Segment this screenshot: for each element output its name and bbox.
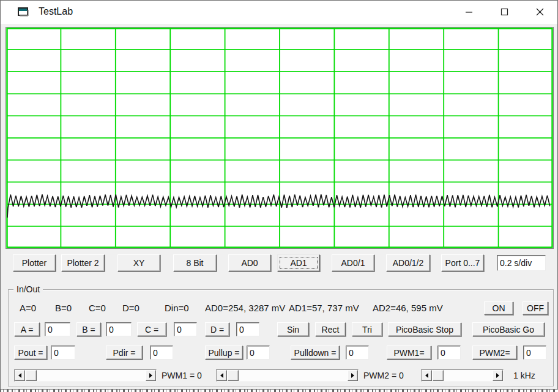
xy-button[interactable]: XY xyxy=(117,254,160,272)
ad0-button[interactable]: AD0 xyxy=(228,254,271,272)
frequency-label: 1 kHz xyxy=(513,371,535,380)
status-ad0: AD0=254, 3287 mV xyxy=(205,303,285,313)
set-b-button[interactable]: B = xyxy=(76,322,101,336)
pulldown-input[interactable] xyxy=(346,346,369,360)
pwm1-button[interactable]: PWM1= xyxy=(387,346,431,360)
maximize-icon xyxy=(500,8,508,16)
ad01-button[interactable]: AD0/1 xyxy=(332,254,374,272)
set-d-input[interactable] xyxy=(236,322,259,336)
freq-scroll-thumb[interactable] xyxy=(433,370,444,381)
tri-button[interactable]: Tri xyxy=(352,322,382,336)
freq-scroll-right-button[interactable] xyxy=(493,370,503,381)
status-din: Din=0 xyxy=(165,303,189,313)
picobasic-go-button[interactable]: PicoBasic Go xyxy=(472,322,545,336)
status-ad1: AD1=57, 737 mV xyxy=(289,303,359,313)
ad012-button[interactable]: AD0/1/2 xyxy=(386,254,430,272)
right-arrow-icon xyxy=(496,373,502,378)
titlebar: TestLab xyxy=(1,1,557,24)
freq-scroll-left-button[interactable] xyxy=(422,370,432,381)
close-icon xyxy=(536,8,544,16)
pwm1-value-label: PWM1 = 0 xyxy=(162,371,202,380)
set-a-input[interactable] xyxy=(45,322,70,336)
pwm2-value-label: PWM2 = 0 xyxy=(363,371,404,380)
status-d: D=0 xyxy=(122,303,140,313)
inout-groupbox: In/Out A=0 B=0 C=0 D=0 Din=0 AD0=254, 32… xyxy=(8,289,554,386)
pwm2-scroll-left-button[interactable] xyxy=(217,370,227,381)
ad1-button[interactable]: AD1 xyxy=(277,254,320,272)
plotter2-button[interactable]: Plotter 2 xyxy=(61,254,105,272)
timebase-input[interactable] xyxy=(497,255,546,271)
pwm1-scroll-left-button[interactable] xyxy=(15,370,25,381)
pdir-button[interactable]: Pdir = xyxy=(106,346,143,360)
app-window: TestLab Plotter Plotter 2 XY 8 Bit AD0 A… xyxy=(0,0,558,390)
set-c-button[interactable]: C = xyxy=(137,322,166,336)
pwm2-input[interactable] xyxy=(523,346,546,360)
on-button[interactable]: ON xyxy=(484,301,513,315)
pwm2-scrollbar[interactable] xyxy=(216,369,359,382)
sin-button[interactable]: Sin xyxy=(277,322,309,336)
pullup-button[interactable]: Pullup = xyxy=(205,346,243,360)
set-b-input[interactable] xyxy=(106,322,132,336)
pwm1-scroll-right-button[interactable] xyxy=(146,370,156,381)
8bit-button[interactable]: 8 Bit xyxy=(173,254,217,272)
pwm1-scrollbar[interactable] xyxy=(14,369,157,382)
pout-input[interactable] xyxy=(51,346,75,360)
set-c-input[interactable] xyxy=(174,322,197,336)
pdir-input[interactable] xyxy=(150,346,173,360)
pwm2-scroll-right-button[interactable] xyxy=(348,370,358,381)
picobasic-stop-button[interactable]: PicoBasic Stop xyxy=(388,322,461,336)
pwm1-scroll-thumb[interactable] xyxy=(26,370,37,381)
close-button[interactable] xyxy=(522,1,557,23)
off-button[interactable]: OFF xyxy=(523,301,548,315)
window-title: TestLab xyxy=(39,6,73,17)
set-d-button[interactable]: D = xyxy=(205,322,229,336)
status-c: C=0 xyxy=(89,303,106,313)
pwm1-input[interactable] xyxy=(437,346,461,360)
groupbox-title: In/Out xyxy=(13,284,43,294)
rect-button[interactable]: Rect xyxy=(315,322,346,336)
pwm1-scroll-track[interactable] xyxy=(37,370,146,381)
status-a: A=0 xyxy=(20,303,36,313)
freq-scroll-track[interactable] xyxy=(444,370,493,381)
left-arrow-icon xyxy=(16,373,21,378)
pullup-input[interactable] xyxy=(247,346,270,360)
status-ad2: AD2=46, 595 mV xyxy=(373,303,443,313)
maximize-button[interactable] xyxy=(486,1,522,23)
plot-grid-and-trace xyxy=(6,28,553,248)
pwm2-scroll-track[interactable] xyxy=(239,370,348,381)
right-arrow-icon xyxy=(149,373,155,378)
pwm2-scroll-thumb[interactable] xyxy=(228,370,239,381)
plotter-button[interactable]: Plotter xyxy=(13,254,56,272)
plotter-display xyxy=(6,28,553,248)
pwm2-button[interactable]: PWM2= xyxy=(472,346,517,360)
left-arrow-icon xyxy=(423,373,428,378)
left-arrow-icon xyxy=(218,373,223,378)
pout-button[interactable]: Pout = xyxy=(14,346,47,360)
cropped-background-content xyxy=(0,390,558,392)
status-b: B=0 xyxy=(55,303,72,313)
right-arrow-icon xyxy=(351,373,357,378)
app-icon xyxy=(16,6,31,19)
minimize-button[interactable] xyxy=(451,1,486,23)
minimize-icon xyxy=(465,8,473,16)
set-a-button[interactable]: A = xyxy=(14,322,40,336)
port07-button[interactable]: Port 0...7 xyxy=(441,254,484,272)
frequency-scrollbar[interactable] xyxy=(421,369,504,382)
pulldown-button[interactable]: Pulldown = xyxy=(291,346,340,360)
